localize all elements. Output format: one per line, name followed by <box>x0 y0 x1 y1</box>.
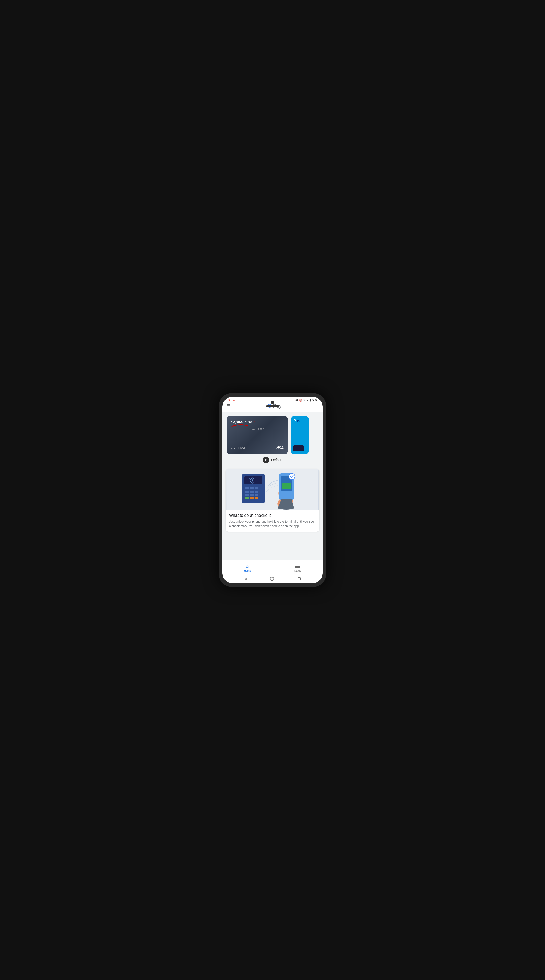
promo-card[interactable]: What to do at checkout Just unlock your … <box>226 469 319 531</box>
home-icon: ⌂ <box>246 563 249 569</box>
paypal-card-chip <box>293 445 304 452</box>
paypal-card[interactable]: P Pa <box>291 416 309 454</box>
cards-label: Cards <box>294 570 301 572</box>
paypal-logo-area: P Pa <box>293 419 306 423</box>
nfc-icon <box>263 457 269 463</box>
card-carousel-area: Capital One ® PLATINUM <box>222 412 323 469</box>
nav-cards[interactable]: ▬ Cards <box>287 562 309 573</box>
back-button[interactable]: ◀ <box>244 577 247 581</box>
checkout-illustration <box>226 469 319 510</box>
camera <box>271 401 274 404</box>
card-brand-area: Capital One ® PLATINUM <box>231 420 284 430</box>
capital-one-name: Capital <box>231 420 244 424</box>
phone-top-hardware <box>266 401 279 407</box>
capital-one-name2: One <box>244 420 252 424</box>
svg-rect-8 <box>255 490 258 493</box>
promo-text-area: What to do at checkout Just unlock your … <box>226 510 319 531</box>
default-text: Default <box>271 458 282 462</box>
bluetooth-icon: ✱ <box>295 399 298 402</box>
alarm-icon: ⏰ <box>299 399 303 402</box>
visa-logo: VISA <box>275 446 284 450</box>
svg-rect-2 <box>244 476 262 484</box>
download-icon: 🔻 <box>228 399 231 402</box>
card-list: Capital One ® PLATINUM <box>222 416 323 454</box>
card-last-four: ••• 3104 <box>231 446 245 450</box>
scroll-content[interactable]: Capital One ® PLATINUM <box>222 412 323 560</box>
svg-rect-9 <box>245 494 249 496</box>
card-bottom: ••• 3104 VISA <box>231 446 284 450</box>
paypal-name-abbr: Pa <box>297 420 300 423</box>
signal-icon: ▲ <box>306 399 309 402</box>
bottom-nav: ⌂ Home ▬ Cards <box>222 560 323 575</box>
registered-mark: ® <box>253 421 255 424</box>
screen: 🔻 🔺 ✱ ⏰ ▾ ▲ ▮ 5:34 ☰ Google <box>222 396 323 584</box>
nav-home[interactable]: ⌂ Home <box>236 562 259 573</box>
svg-rect-18 <box>282 483 291 489</box>
status-right-icons: ✱ ⏰ ▾ ▲ ▮ 5:34 <box>295 399 317 402</box>
svg-rect-12 <box>245 497 249 500</box>
svg-rect-7 <box>250 490 253 493</box>
phone-device: 🔻 🔺 ✱ ⏰ ▾ ▲ ▮ 5:34 ☰ Google <box>219 393 326 587</box>
upload-icon: 🔺 <box>232 399 236 402</box>
svg-rect-11 <box>255 494 258 496</box>
capital-one-card[interactable]: Capital One ® PLATINUM <box>226 416 288 454</box>
status-left-icons: 🔻 🔺 <box>228 399 236 402</box>
promo-title: What to do at checkout <box>229 513 316 518</box>
home-button[interactable] <box>270 577 274 581</box>
card-subtitle: PLATINUM <box>231 428 284 430</box>
svg-rect-3 <box>245 487 249 490</box>
home-label: Home <box>244 570 251 572</box>
paypal-p-icon: P <box>293 419 296 423</box>
time-display: 5:34 <box>312 399 317 402</box>
android-nav-bar: ◀ <box>222 575 323 584</box>
svg-rect-6 <box>245 490 249 493</box>
svg-rect-4 <box>250 487 253 490</box>
recent-button[interactable] <box>298 577 301 580</box>
svg-rect-10 <box>250 494 253 496</box>
svg-rect-0 <box>226 469 319 510</box>
default-label-area: Default <box>222 454 323 467</box>
cards-icon: ▬ <box>295 563 300 569</box>
speaker <box>266 405 279 407</box>
svg-rect-5 <box>255 487 258 490</box>
battery-icon: ▮ <box>310 399 311 402</box>
wifi-icon: ▾ <box>303 399 305 402</box>
svg-rect-14 <box>255 497 258 500</box>
hamburger-button[interactable]: ☰ <box>226 403 231 409</box>
promo-illustration <box>226 469 319 510</box>
svg-rect-13 <box>250 497 253 500</box>
promo-description: Just unlock your phone and hold it to th… <box>229 519 316 528</box>
